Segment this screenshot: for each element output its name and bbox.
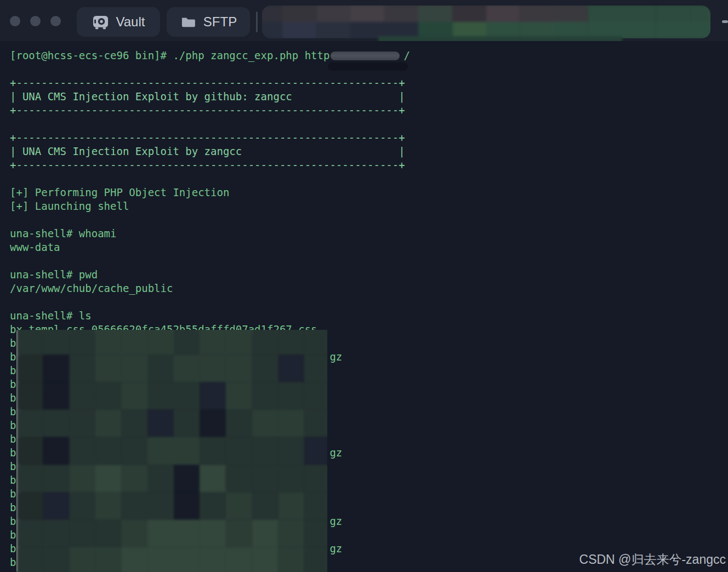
titlebar: Vault SFTP bbox=[0, 0, 728, 41]
traffic-light-minimize-button[interactable] bbox=[30, 16, 41, 26]
folder-icon bbox=[180, 14, 196, 30]
traffic-light-zoom-button[interactable] bbox=[50, 16, 61, 26]
terminal-line bbox=[10, 254, 728, 268]
redacted-ls-mosaic bbox=[16, 330, 327, 572]
vault-safe-icon bbox=[92, 14, 109, 31]
tab-vault-label: Vault bbox=[116, 14, 145, 30]
terminal-line: /var/www/chub/cache_public bbox=[10, 282, 728, 295]
redacted-ls-output bbox=[16, 330, 327, 572]
terminal-line: +---------------------------------------… bbox=[10, 76, 728, 90]
terminal-line: una-shell# whoami bbox=[10, 227, 728, 241]
traffic-light-close-button[interactable] bbox=[10, 16, 20, 26]
terminal-line: +---------------------------------------… bbox=[10, 131, 728, 145]
redacted-url bbox=[331, 52, 400, 60]
terminal-line: una-shell# ls bbox=[10, 309, 728, 323]
redacted-tab[interactable] bbox=[262, 5, 710, 38]
tab-sftp[interactable]: SFTP bbox=[167, 7, 250, 37]
terminal-line: +---------------------------------------… bbox=[10, 104, 728, 117]
terminal-line: | UNA CMS Injection Exploit by zangcc | bbox=[10, 145, 728, 158]
redacted-tab-mosaic bbox=[262, 5, 710, 38]
tab-sftp-label: SFTP bbox=[203, 14, 237, 30]
tab-vault[interactable]: Vault bbox=[77, 7, 160, 37]
terminal-line bbox=[10, 213, 728, 227]
terminal-line: www-data bbox=[10, 241, 728, 254]
terminal-line: | UNA CMS Injection Exploit by github: z… bbox=[10, 90, 728, 104]
terminal-line bbox=[10, 172, 728, 186]
terminal-line bbox=[10, 295, 728, 309]
csdn-watermark: CSDN @归去来兮-zangcc bbox=[579, 551, 726, 568]
tabbar-divider bbox=[256, 12, 258, 32]
redacted-url-shadow bbox=[328, 62, 408, 71]
terminal-line: +---------------------------------------… bbox=[10, 158, 728, 172]
tab-overflow-dash bbox=[722, 20, 728, 23]
terminal-line bbox=[10, 117, 728, 131]
terminal-line: [+] Launching shell bbox=[10, 199, 728, 213]
terminal-line: una-shell# pwd bbox=[10, 268, 728, 282]
terminal-line: [+] Performing PHP Object Injection bbox=[10, 186, 728, 199]
terminal-line: [root@hcss-ecs-ce96 bin]# ./php zangcc_e… bbox=[10, 49, 728, 62]
